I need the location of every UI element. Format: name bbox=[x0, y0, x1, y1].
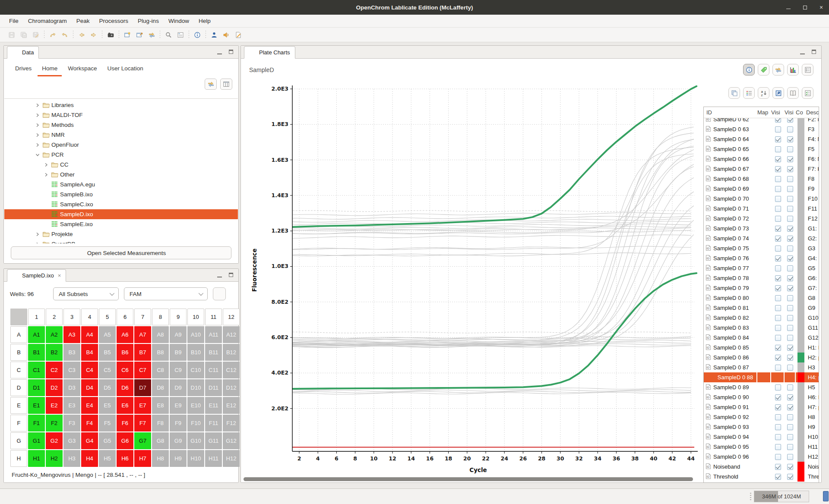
list-row-sampled-0-96[interactable]: IDSampleD 0 96H12 bbox=[704, 452, 819, 462]
well-A7[interactable]: A7 bbox=[134, 326, 151, 343]
well-E10[interactable]: E10 bbox=[187, 397, 204, 414]
well-F12[interactable]: F12 bbox=[223, 415, 240, 432]
well-G6[interactable]: G6 bbox=[117, 432, 133, 449]
color-swatch[interactable] bbox=[797, 422, 804, 432]
well-D8[interactable]: D8 bbox=[152, 379, 169, 396]
well-F5[interactable]: F5 bbox=[99, 415, 116, 432]
well-A1[interactable]: A1 bbox=[28, 326, 45, 343]
visible-checkbox[interactable] bbox=[787, 335, 793, 341]
plate-column-header-12[interactable]: 12 bbox=[223, 309, 240, 325]
plate-column-header-3[interactable]: 3 bbox=[63, 309, 80, 325]
color-swatch[interactable] bbox=[797, 472, 804, 482]
tree-item-samplea-egu[interactable]: SampleA.egu bbox=[4, 180, 238, 189]
menu-item-plug-ins[interactable]: Plug-ins bbox=[133, 16, 164, 26]
well-F1[interactable]: F1 bbox=[28, 415, 45, 432]
visible-checkbox[interactable] bbox=[775, 384, 781, 391]
color-swatch[interactable] bbox=[797, 253, 804, 263]
well-G11[interactable]: G11 bbox=[205, 432, 222, 449]
well-D3[interactable]: D3 bbox=[63, 379, 80, 396]
well-A6[interactable]: A6 bbox=[117, 326, 133, 343]
color-swatch[interactable] bbox=[797, 233, 804, 243]
plate-column-header-4[interactable]: 4 bbox=[81, 309, 98, 325]
visible-checkbox[interactable] bbox=[775, 325, 781, 331]
visible-checkbox[interactable] bbox=[775, 196, 781, 202]
subtab-user-location[interactable]: User Location bbox=[103, 63, 148, 76]
well-F7[interactable]: F7 bbox=[134, 415, 151, 432]
plate-column-header-8[interactable]: 8 bbox=[152, 309, 169, 325]
tab-sampled-ixo[interactable]: SampleD.ixo × bbox=[7, 269, 66, 282]
list-row-sampled-0-77[interactable]: IDSampleD 0 77G5 bbox=[704, 263, 819, 273]
highlighted-well-lower[interactable] bbox=[293, 273, 696, 389]
color-swatch[interactable] bbox=[797, 333, 804, 343]
well-F10[interactable]: F10 bbox=[187, 415, 204, 432]
plate-column-header-6[interactable]: 6 bbox=[117, 309, 133, 325]
transfer-icon[interactable] bbox=[146, 30, 157, 40]
visible-checkbox[interactable] bbox=[775, 275, 781, 281]
search-icon[interactable] bbox=[163, 30, 174, 40]
visible-checkbox[interactable] bbox=[775, 246, 781, 252]
well-E8[interactable]: E8 bbox=[152, 397, 169, 414]
well-B5[interactable]: B5 bbox=[99, 344, 116, 361]
menu-item-processors[interactable]: Processors bbox=[95, 16, 133, 26]
well-A4[interactable]: A4 bbox=[81, 326, 98, 343]
well-E3[interactable]: E3 bbox=[63, 397, 80, 414]
color-swatch[interactable] bbox=[797, 184, 804, 194]
color-swatch[interactable] bbox=[797, 144, 804, 154]
visible-checkbox[interactable] bbox=[775, 345, 781, 351]
file-edit-icon[interactable] bbox=[233, 30, 244, 40]
color-swatch[interactable] bbox=[797, 362, 804, 372]
chevron-right-icon[interactable] bbox=[43, 162, 49, 168]
nav-back-icon[interactable] bbox=[76, 30, 87, 40]
color-swatch[interactable] bbox=[797, 164, 804, 174]
well-B12[interactable]: B12 bbox=[223, 344, 240, 361]
list-row-sampled-0-91[interactable]: IDSampleD 0 91H7: p bbox=[704, 402, 819, 412]
form-check-button[interactable] bbox=[802, 87, 813, 99]
well-G3[interactable]: G3 bbox=[63, 432, 80, 449]
info-icon[interactable] bbox=[192, 30, 203, 40]
list-row-sampled-0-74[interactable]: IDSampleD 0 74G2: N bbox=[704, 233, 819, 243]
well-H2[interactable]: H2 bbox=[46, 450, 63, 467]
visible-checkbox[interactable] bbox=[775, 236, 781, 242]
well-E9[interactable]: E9 bbox=[170, 397, 187, 414]
tag-button[interactable] bbox=[758, 64, 769, 76]
list-row-sampled-0-89[interactable]: IDSampleD 0 89H5 bbox=[704, 382, 819, 392]
visible-checkbox[interactable] bbox=[787, 404, 793, 410]
tab-plate-charts[interactable]: Plate Charts bbox=[244, 46, 295, 59]
visible-checkbox[interactable] bbox=[787, 176, 793, 182]
color-swatch[interactable] bbox=[797, 303, 804, 313]
tree-item-samplec-ixo[interactable]: SampleC.ixo bbox=[4, 199, 238, 209]
visible-checkbox[interactable] bbox=[775, 444, 781, 450]
visible-checkbox[interactable] bbox=[787, 206, 793, 212]
visible-checkbox[interactable] bbox=[775, 255, 781, 261]
visible-checkbox[interactable] bbox=[775, 365, 781, 371]
transfer-button[interactable] bbox=[772, 64, 784, 76]
list-row-sampled-0-90[interactable]: IDSampleD 0 90H6: N bbox=[704, 392, 819, 402]
visible-checkbox[interactable] bbox=[775, 216, 781, 222]
tree-item-sampleb-ixo[interactable]: SampleB.ixo bbox=[4, 189, 238, 199]
transfer-button[interactable] bbox=[205, 79, 217, 90]
list-row-sampled-0-68[interactable]: IDSampleD 0 68F8 bbox=[704, 174, 819, 184]
well-D5[interactable]: D5 bbox=[99, 379, 116, 396]
visible-checkbox[interactable] bbox=[787, 355, 793, 361]
visible-checkbox[interactable] bbox=[787, 384, 793, 391]
visible-checkbox[interactable] bbox=[775, 404, 781, 410]
visible-checkbox[interactable] bbox=[787, 255, 793, 261]
visible-checkbox[interactable] bbox=[775, 136, 781, 142]
visible-checkbox[interactable] bbox=[787, 464, 793, 470]
chevron-right-icon[interactable] bbox=[35, 231, 41, 237]
list-row-sampled-0-81[interactable]: IDSampleD 0 81G9 bbox=[704, 303, 819, 313]
well-F3[interactable]: F3 bbox=[63, 415, 80, 432]
menu-item-file[interactable]: File bbox=[4, 16, 23, 26]
list-row-sampled-0-80[interactable]: IDSampleD 0 80G8 bbox=[704, 293, 819, 303]
visible-checkbox[interactable] bbox=[775, 146, 781, 152]
tree-item-openfluor[interactable]: OpenFluor bbox=[4, 140, 238, 150]
well-G1[interactable]: G1 bbox=[28, 432, 45, 449]
chart-export-button[interactable] bbox=[772, 87, 784, 99]
well-G10[interactable]: G10 bbox=[187, 432, 204, 449]
visible-checkbox[interactable] bbox=[787, 365, 793, 371]
list-row-sampled-0-66[interactable]: IDSampleD 0 66F6: N bbox=[704, 154, 819, 164]
list-row-sampled-0-65[interactable]: IDSampleD 0 65F5 bbox=[704, 144, 819, 154]
well-H10[interactable]: H10 bbox=[187, 450, 204, 467]
menu-item-help[interactable]: Help bbox=[194, 16, 215, 26]
well-C11[interactable]: C11 bbox=[205, 362, 222, 378]
